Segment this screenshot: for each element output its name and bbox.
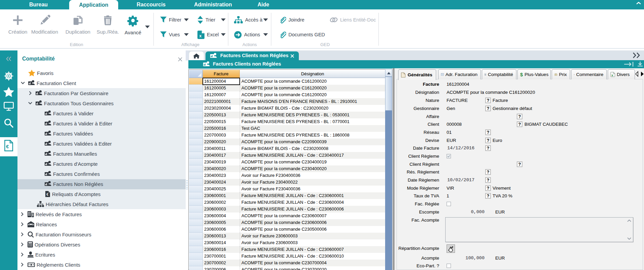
svg-text:€: € <box>47 193 49 196</box>
svg-text:€: € <box>6 144 9 149</box>
svg-text:x: x <box>611 74 613 77</box>
svg-text:x: x <box>199 34 202 38</box>
